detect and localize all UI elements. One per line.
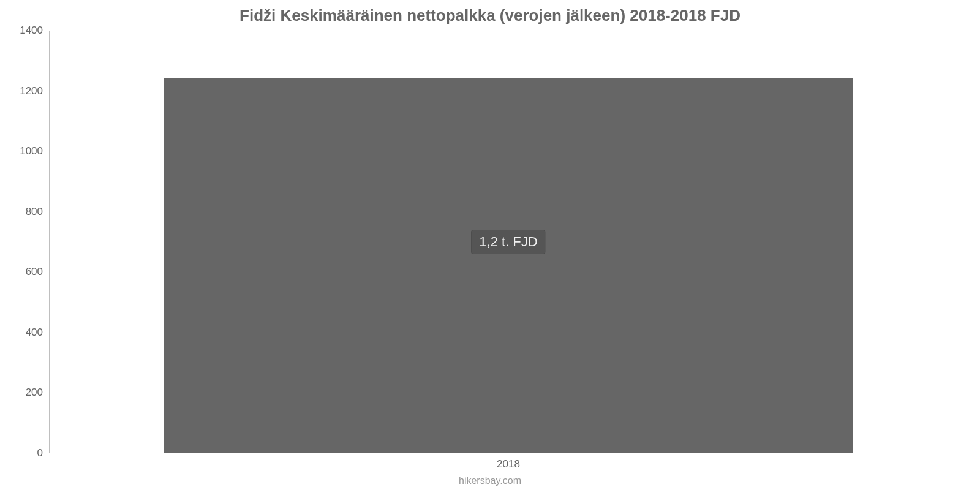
chart-wrapper: Fidži Keskimääräinen nettopalkka (veroje… xyxy=(0,0,980,490)
y-tick-label: 1200 xyxy=(20,85,49,97)
y-tick-label: 600 xyxy=(26,266,49,278)
y-tick-label: 800 xyxy=(26,206,49,218)
y-tick-label: 200 xyxy=(26,386,49,399)
y-tick-label: 1400 xyxy=(20,24,49,37)
y-axis-line xyxy=(49,31,50,453)
y-tick-label: 0 xyxy=(37,447,49,459)
bar-data-label: 1,2 t. FJD xyxy=(471,230,545,254)
x-tick-label: 2018 xyxy=(497,453,520,470)
y-tick-label: 400 xyxy=(26,326,49,339)
chart-title: Fidži Keskimääräinen nettopalkka (veroje… xyxy=(0,6,980,25)
bar xyxy=(164,78,853,453)
chart-credit: hikersbay.com xyxy=(0,475,980,486)
y-tick-label: 1000 xyxy=(20,145,49,157)
plot-area: 020040060080010001200140020181,2 t. FJD xyxy=(49,31,968,453)
